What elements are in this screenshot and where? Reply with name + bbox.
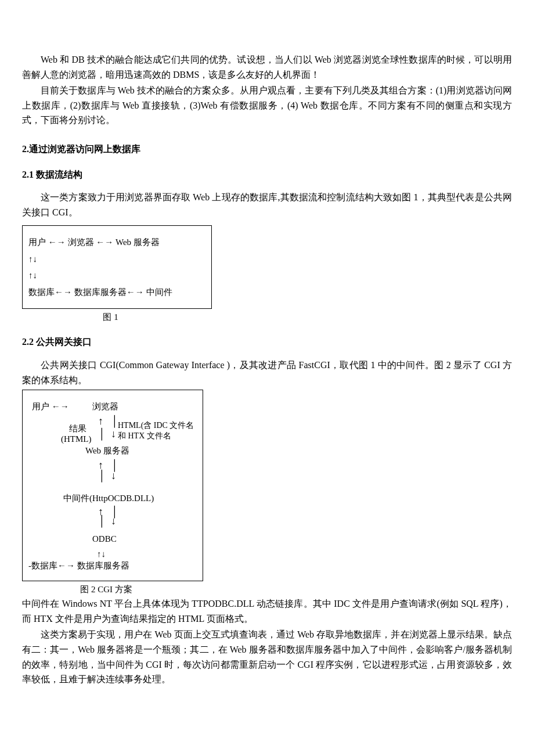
down-arrow-icon: ↓ — [111, 516, 116, 526]
figure-2-caption: 图 2 CGI 方案 — [22, 582, 190, 596]
figure-2-browser: 浏览器 — [92, 398, 118, 415]
section-2-1-paragraph-1: 这一类方案致力于用浏览器界面存取 Web 上现存的数据库,其数据流和控制流结构大… — [22, 190, 512, 219]
section-2-2-paragraph-1: 公共网关接口 CGI(Common Gateway Interface )，及其… — [22, 358, 512, 387]
up-arrow-icon: │ — [98, 470, 106, 481]
up-arrow-icon: │ — [98, 516, 106, 526]
figure-2-database-row: -数据库←→ 数据库服务器 — [28, 557, 129, 574]
down-arrow-icon: ↓ — [111, 470, 116, 481]
section-2-2-heading: 2.2 公共网关接口 — [22, 334, 512, 350]
up-arrow-icon: ↑ — [98, 416, 103, 426]
figure-1-row-4: 数据库←→ 数据库服务器←→ 中间件 — [28, 284, 205, 301]
section-2-heading: 2.通过浏览器访问网上数据库 — [22, 142, 512, 157]
section-2-2-paragraph-3: 这类方案易于实现，用户在 Web 页面上交互式填查询表，通过 Web 存取异地数… — [22, 627, 512, 686]
up-arrow-icon: ↑ — [98, 460, 103, 470]
section-2-2-paragraph-2: 中间件在 Windows NT 平台上具体体现为 TTPODBC.DLL 动态链… — [22, 596, 512, 626]
figure-2-middleware: 中间件(HttpOCDB.DLL) — [63, 490, 154, 507]
up-arrow-icon: │ — [98, 429, 106, 439]
figure-1-caption: 图 1 — [22, 310, 199, 324]
intro-paragraph-1: Web 和 DB 技术的融合能达成它们共同的优势。试设想，当人们以 Web 浏览… — [22, 52, 512, 82]
figure-2-html-label-2: 和 HTX 文件名 — [118, 429, 171, 444]
figure-2-box: 用户 ←→ 浏览器 结果 (HTML) ↑ │ │ ↓ HTML(含 IDC 文… — [22, 390, 203, 581]
figure-1-row-2: ↑↓ — [28, 251, 205, 268]
document-page: Web 和 DB 技术的融合能达成它们共同的优势。试设想，当人们以 Web 浏览… — [0, 0, 534, 711]
figure-2-user: 用户 ←→ — [32, 398, 69, 415]
intro-paragraph-2: 目前关于数据库与 Web 技术的融合的方案众多。从用户观点看，主要有下列几类及其… — [22, 83, 512, 128]
figure-1-row-1: 用户 ←→ 浏览器 ←→ Web 服务器 — [28, 234, 205, 251]
figure-1-box: 用户 ←→ 浏览器 ←→ Web 服务器 ↑↓ ↑↓ 数据库←→ 数据库服务器←… — [22, 225, 212, 309]
section-2-1-heading: 2.1 数据流结构 — [22, 167, 512, 182]
down-arrow-icon: ↓ — [111, 429, 116, 439]
down-arrow-icon: │ — [111, 416, 118, 426]
figure-2-odbc: ODBC — [92, 531, 117, 548]
figure-2-web-server: Web 服务器 — [85, 442, 129, 459]
down-arrow-icon: │ — [111, 460, 118, 470]
figure-1-row-3: ↑↓ — [28, 267, 205, 284]
